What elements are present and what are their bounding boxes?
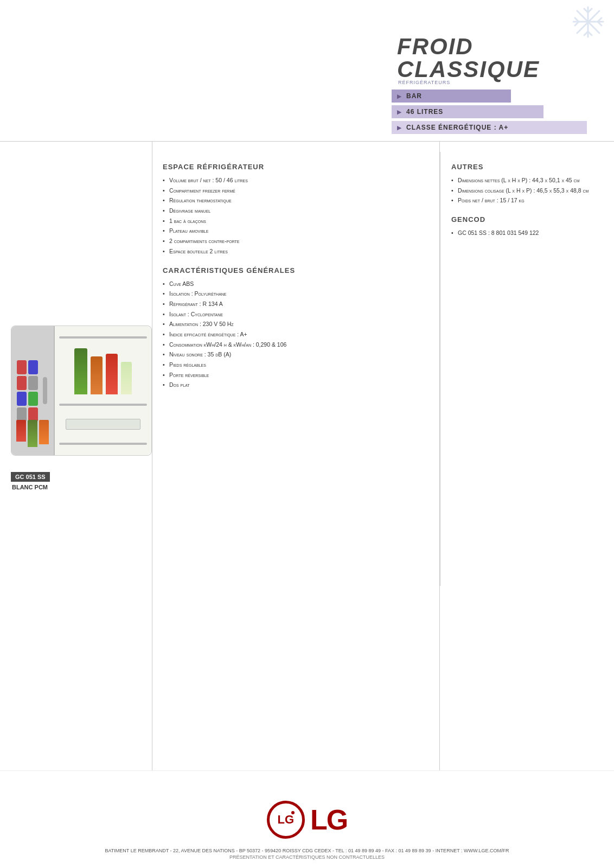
snowflake-icon: [571, 4, 606, 47]
list-item: Porte réversible: [163, 371, 424, 379]
list-item: 1 bac à glaçons: [163, 217, 424, 225]
list-item: Régulation thermostatique: [163, 196, 424, 205]
model-color: BLANC PCM: [12, 484, 50, 490]
list-item: Indice efficacité énergétique : A+: [163, 330, 424, 339]
bottle-orange-medium: [91, 356, 103, 394]
arrow-icon-2: ▶: [397, 109, 402, 115]
list-item: Dos plat: [163, 381, 424, 389]
shelf-top: [59, 336, 147, 339]
fridge-image-area: [11, 326, 157, 477]
list-item: Réfrigérant : R 134 A: [163, 300, 424, 308]
bottle-row-bottom: [14, 420, 51, 447]
list-item: Niveau sonore : 35 dB (A): [163, 350, 424, 359]
shelf-bottom: [59, 443, 147, 445]
can-blue-1: [28, 360, 38, 374]
bottle-row-main: [59, 348, 147, 394]
right-panel: AUTRES Dimensions nettes (L x H x P) : 4…: [440, 152, 614, 586]
bottle-green-tall: [74, 348, 87, 394]
list-item: Isolant : Cyclopentane: [163, 310, 424, 318]
carac-list: Cuve ABS Isolation : Polyuréthane Réfrig…: [163, 280, 424, 390]
divider-horizontal: [0, 141, 614, 142]
list-item: Dégivrage manuel: [163, 207, 424, 215]
list-item: Consommation kWh/24 h & kWh/an : 0,290 &…: [163, 341, 424, 349]
bottle-red-small: [16, 420, 26, 442]
arrow-icon-3: ▶: [397, 125, 402, 131]
footer: LG LG BATIMENT LE REMBRANDT - 22, AVENUE…: [0, 770, 614, 868]
door-shelves: [59, 416, 147, 433]
footer-address: BATIMENT LE REMBRANDT - 22, AVENUE DES N…: [105, 847, 509, 854]
can-red-2: [17, 376, 27, 390]
feature-label-1: BAR: [406, 92, 422, 100]
list-item: 2 compartiments contre-porte: [163, 237, 424, 245]
espace-list: Volume brut / net : 50 / 46 litres Compa…: [163, 176, 424, 256]
arrow-icon-1: ▶: [397, 93, 402, 99]
header-area: FROID CLASSIQUE RÉFRIGÉRATEURS ▶ BAR ▶ 4…: [386, 0, 614, 141]
can-blue-2: [17, 392, 27, 406]
shelf-mid: [59, 404, 147, 406]
bottle-red-medium: [106, 354, 118, 394]
list-item: Alimentation : 230 V 50 Hz: [163, 320, 424, 328]
fridge-door-open: [55, 326, 151, 455]
fridge-door-closed: [11, 326, 55, 455]
bottle-clear: [121, 362, 132, 394]
can-silver-1: [28, 376, 38, 390]
can-red-1: [17, 360, 27, 374]
gencod-list: GC 051 SS : 8 801 031 549 122: [451, 229, 603, 237]
autres-title: AUTRES: [451, 163, 603, 171]
door-shelf-1: [66, 419, 141, 430]
lg-circle-text: LG: [278, 813, 295, 827]
model-label-area: GC 051 SS BLANC PCM: [11, 472, 50, 490]
list-item: Plateau amovible: [163, 227, 424, 235]
lg-face-dot: [291, 811, 295, 814]
list-item: Dimensions nettes (L x H x P) : 44,3 x 5…: [451, 176, 603, 184]
fridge-bottom-row: [14, 420, 51, 447]
bottle-orange-small: [39, 420, 49, 444]
footer-disclaimer: PRÉSENTATION ET CARACTÉRISTIQUES NON CON…: [229, 854, 385, 860]
fridge-handle: [43, 377, 47, 404]
classique-title: CLASSIQUE: [397, 58, 540, 81]
list-item: Volume brut / net : 50 / 46 litres: [163, 176, 424, 184]
list-item: Pieds réglables: [163, 361, 424, 369]
feature-label-2: 46 LITRES: [406, 108, 443, 116]
gencod-title: GENCOD: [451, 215, 603, 224]
feature-bar-3: ▶ CLASSE ÉNERGÉTIQUE : A+: [392, 121, 587, 134]
list-item: Compartiment freezer fermé: [163, 187, 424, 195]
list-item: GC 051 SS : 8 801 031 549 122: [451, 229, 603, 237]
can-green-1: [28, 392, 38, 406]
center-panel: ESPACE RÉFRIGÉRATEUR Volume brut / net :…: [152, 152, 440, 586]
list-item: Cuve ABS: [163, 280, 424, 288]
can-red-3: [28, 407, 38, 422]
model-badge: GC 051 SS: [11, 472, 50, 482]
lg-text: LG: [310, 803, 347, 836]
list-item: Isolation : Polyuréthane: [163, 290, 424, 298]
list-item: Poids net / brut : 15 / 17 kg: [451, 196, 603, 205]
list-item: Espace bouteille 2 litres: [163, 247, 424, 256]
feature-bar-1: ▶ BAR: [392, 90, 511, 103]
feature-bar-2: ▶ 46 LITRES: [392, 105, 543, 118]
list-item: Dimensions colisage (L x H x P) : 46,5 x…: [451, 187, 603, 195]
autres-list: Dimensions nettes (L x H x P) : 44,3 x 5…: [451, 176, 603, 205]
bottle-green-small: [28, 420, 37, 447]
espace-title: ESPACE RÉFRIGÉRATEUR: [163, 163, 424, 171]
fridge-image: [11, 326, 152, 456]
can-silver-2: [17, 407, 27, 422]
lg-circle-icon: LG: [267, 801, 305, 839]
carac-title: CARACTÉRISTIQUES GÉNÉRALES: [163, 266, 424, 275]
feature-label-3: CLASSE ÉNERGÉTIQUE : A+: [406, 124, 508, 131]
feature-bars: ▶ BAR ▶ 46 LITRES ▶ CLASSE ÉNERGÉTIQUE :…: [392, 90, 603, 134]
lg-logo: LG LG: [267, 801, 347, 839]
